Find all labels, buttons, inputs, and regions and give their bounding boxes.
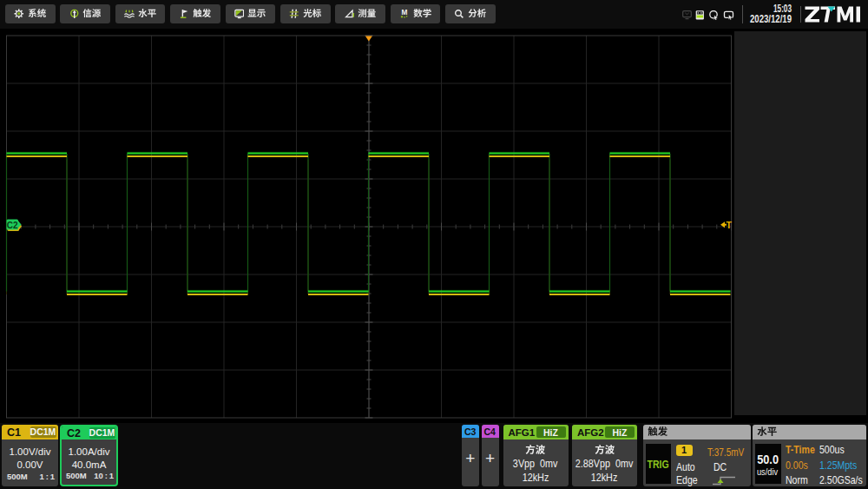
svg-text:2023/12/19: 2023/12/19 bbox=[750, 13, 792, 25]
svg-text:M: M bbox=[401, 10, 407, 17]
svg-text:C2: C2 bbox=[7, 221, 18, 230]
svg-text:T: T bbox=[727, 220, 733, 230]
